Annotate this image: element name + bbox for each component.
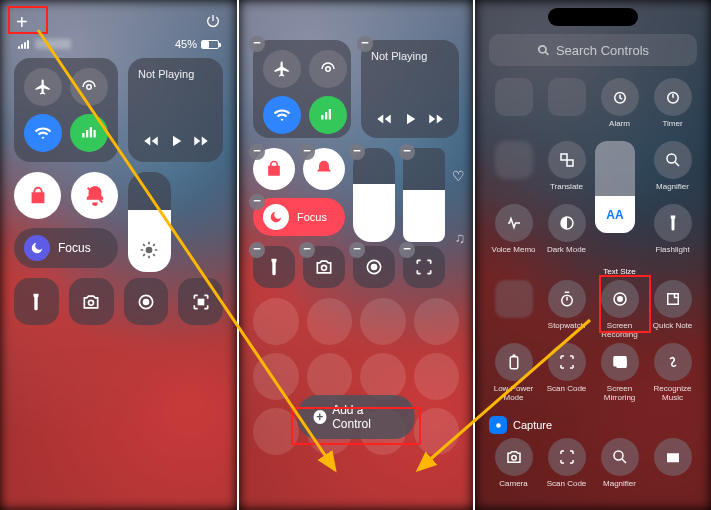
- dark-mode-control[interactable]: Dark Mode: [542, 204, 591, 263]
- recognize-music-control[interactable]: Recognize Music: [648, 343, 697, 402]
- camera-tile[interactable]: [69, 278, 114, 325]
- remove-badge[interactable]: −: [399, 144, 415, 160]
- wifi-icon[interactable]: [263, 96, 301, 134]
- next-icon[interactable]: [192, 132, 210, 152]
- magnifier-control[interactable]: Magnifier: [648, 141, 697, 200]
- voice-memo-icon: [495, 204, 533, 242]
- screen-mirroring-control[interactable]: Screen Mirroring: [595, 343, 644, 402]
- wifi-icon[interactable]: [24, 114, 62, 152]
- remove-badge[interactable]: −: [349, 144, 365, 160]
- heart-icon[interactable]: ♡: [452, 168, 465, 184]
- plus-icon: +: [314, 410, 327, 424]
- flashlight-control[interactable]: Flashlight: [648, 204, 697, 263]
- next-icon[interactable]: [427, 110, 445, 128]
- stopwatch-control[interactable]: Stopwatch: [542, 280, 591, 339]
- timer-control[interactable]: Timer: [648, 78, 697, 137]
- voice-memo-control[interactable]: Voice Memo: [489, 204, 538, 263]
- svg-line-8: [143, 254, 145, 256]
- connectivity-tile-edit[interactable]: [253, 40, 351, 138]
- magnifier-control-2[interactable]: Magnifier: [595, 438, 644, 497]
- quick-note-icon: [654, 280, 692, 318]
- empty-slot[interactable]: [253, 408, 299, 455]
- cellular-group-icon[interactable]: [309, 96, 347, 134]
- focus-tile[interactable]: Focus: [14, 228, 118, 268]
- now-playing-label: Not Playing: [371, 50, 449, 62]
- screen-recording-control[interactable]: Screen Recording: [595, 280, 644, 339]
- brightness-slider[interactable]: [128, 172, 171, 272]
- placeholder: [495, 141, 533, 179]
- screen-record-tile[interactable]: [124, 278, 169, 325]
- remove-badge[interactable]: −: [299, 242, 315, 258]
- svg-point-17: [371, 264, 378, 271]
- airdrop-icon[interactable]: [70, 68, 108, 106]
- alarm-control[interactable]: Alarm: [595, 78, 644, 137]
- svg-line-37: [622, 459, 626, 463]
- qr-scan-tile[interactable]: [178, 278, 223, 325]
- prev-icon[interactable]: [142, 132, 160, 152]
- scan-code-icon: [548, 343, 586, 381]
- power-icon[interactable]: [205, 13, 221, 31]
- empty-slot[interactable]: [307, 353, 353, 400]
- cellular-group-icon[interactable]: [70, 114, 108, 152]
- focus-tile-edit[interactable]: Focus: [253, 198, 345, 236]
- search-controls-input[interactable]: Search Controls: [489, 34, 697, 66]
- empty-slot[interactable]: [360, 353, 406, 400]
- empty-slot[interactable]: [307, 298, 353, 345]
- volume-slider[interactable]: [403, 148, 445, 242]
- screen-recording-icon: [601, 280, 639, 318]
- media-tile[interactable]: Not Playing: [128, 58, 223, 162]
- orientation-lock-icon[interactable]: [14, 172, 61, 219]
- add-control-button[interactable]: + Add a Control: [298, 395, 415, 439]
- airplane-icon[interactable]: [24, 68, 62, 106]
- silent-mode-icon[interactable]: [71, 172, 118, 219]
- remove-badge[interactable]: −: [249, 242, 265, 258]
- prev-icon[interactable]: [375, 110, 393, 128]
- play-icon[interactable]: [401, 110, 419, 128]
- remove-badge[interactable]: −: [299, 144, 315, 160]
- add-button-icon[interactable]: +: [16, 12, 28, 32]
- add-control-label: Add a Control: [332, 403, 398, 431]
- low-power-control[interactable]: Low Power Mode: [489, 343, 538, 402]
- svg-point-28: [617, 296, 623, 302]
- capture-section-header: Capture: [475, 408, 711, 438]
- empty-slot[interactable]: [414, 408, 460, 455]
- remove-badge[interactable]: −: [249, 194, 265, 210]
- scan-code-control-2[interactable]: Scan Code: [542, 438, 591, 497]
- text-size-slider[interactable]: AA: [595, 141, 635, 233]
- svg-point-35: [511, 456, 516, 461]
- more-control[interactable]: [648, 438, 697, 497]
- low-power-icon: [495, 343, 533, 381]
- moon-icon: [24, 235, 50, 261]
- screen-mirroring-icon: [601, 343, 639, 381]
- translate-control[interactable]: Translate: [542, 141, 591, 200]
- empty-slot[interactable]: [253, 298, 299, 345]
- more-icon: [654, 438, 692, 476]
- music-icon[interactable]: ♫: [455, 230, 466, 246]
- capture-icon: [489, 416, 507, 434]
- scan-code-control[interactable]: Scan Code: [542, 343, 591, 402]
- svg-line-6: [143, 244, 145, 246]
- empty-slot[interactable]: [360, 298, 406, 345]
- remove-badge[interactable]: −: [249, 36, 265, 52]
- flashlight-tile[interactable]: [14, 278, 59, 325]
- empty-slot[interactable]: [414, 298, 460, 345]
- media-tile-edit[interactable]: Not Playing: [361, 40, 459, 138]
- svg-point-15: [322, 265, 327, 270]
- text-size-badge: AA: [595, 196, 635, 233]
- svg-point-14: [326, 67, 331, 72]
- airdrop-icon[interactable]: [309, 50, 347, 88]
- remove-badge[interactable]: −: [357, 36, 373, 52]
- remove-badge[interactable]: −: [349, 242, 365, 258]
- empty-slot[interactable]: [414, 353, 460, 400]
- cellular-bars-icon: [18, 40, 29, 49]
- play-icon[interactable]: [167, 132, 185, 152]
- empty-slot[interactable]: [253, 353, 299, 400]
- remove-badge[interactable]: −: [399, 242, 415, 258]
- connectivity-tile[interactable]: [14, 58, 118, 162]
- brightness-slider[interactable]: [353, 148, 395, 242]
- remove-badge[interactable]: −: [249, 144, 265, 160]
- camera-control[interactable]: Camera: [489, 438, 538, 497]
- placeholder: [548, 78, 586, 116]
- airplane-icon[interactable]: [263, 50, 301, 88]
- quick-note-control[interactable]: Quick Note: [648, 280, 697, 339]
